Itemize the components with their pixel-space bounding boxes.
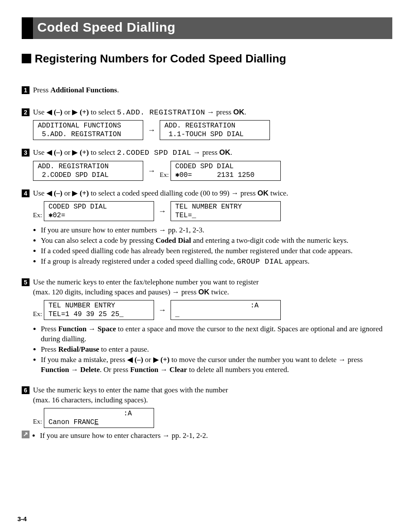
left-arrow-icon: ◀ [127,356,133,364]
step-number: 5 [22,278,30,286]
subheader-square [22,54,31,63]
lcd-line: Canon FRANC [49,418,95,426]
arrow-right-icon: → [148,125,155,135]
key-name: Redial/Pause [58,345,99,353]
example-label: Ex: [33,211,42,221]
ok-key: OK [257,189,269,197]
minus-key: (–) [54,189,62,197]
step-number: 4 [22,189,30,197]
step-4: 4 Use ◀ (–) or ▶ (+) to select a coded s… [22,189,392,274]
step-number: 3 [22,149,30,157]
step-1-text: Press Additional Functions. [33,85,392,95]
text: and entering a two-digit code with the n… [191,236,348,245]
text: to delete all numbers you entered. [187,366,289,374]
text: If you make a mistake, press [41,356,127,364]
text: to select [89,108,117,116]
arrow-right-icon: → [148,166,155,176]
step-5-text: Use the numeric keys to enter the fax/te… [33,277,392,297]
left-arrow-icon: ◀ [46,108,52,116]
text: → [86,325,98,333]
key-name: Function [58,325,86,333]
text: → press [205,108,233,116]
lcd-text: GROUP DIAL [237,258,283,266]
lcd-screen: :A _ [171,300,281,320]
continue-row: ↗ If you are unsure how to enter charact… [22,431,392,448]
note: If you make a mistake, press ◀ (–) or ▶ … [41,355,392,375]
text: or [62,108,72,116]
step-2-text: Use ◀ (–) or ▶ (+) to select 5.ADD. REGI… [33,108,392,118]
step-4-text: Use ◀ (–) or ▶ (+) to select a coded spe… [33,189,392,199]
note: If a coded speed dialling code has alrea… [41,246,392,256]
text: If a coded speed dialling code has alrea… [41,247,352,255]
text: . [230,148,232,157]
left-arrow-icon: ◀ [46,189,52,197]
text: to select a coded speed dialling code (0… [89,189,258,197]
text: or [62,148,72,157]
text: or [62,189,72,197]
step-number: 1 [22,86,30,94]
lcd-row: Ex: CODED SPD DIAL ✱02= → TEL NUMBER ENT… [33,201,392,221]
step-3-text: Use ◀ (–) or ▶ (+) to select 2.CODED SPD… [33,148,392,158]
step-6-text: Use the numeric keys to enter the name t… [33,385,392,405]
text: . [244,108,246,116]
text: to select [89,148,117,157]
text: Use the numeric keys to enter the fax/te… [33,278,259,286]
ok-key: OK [219,148,230,157]
ok-key: OK [198,288,210,296]
key-name: Function [130,366,158,374]
lcd-screen: CODED SPD DIAL ✱00= 2131 1250 [171,161,281,181]
step-6: 6 Use the numeric keys to enter the name… [22,385,392,429]
right-arrow-icon: ▶ [153,356,159,364]
lcd-screen: ADD. REGISTRATION 1.1-TOUCH SPD DIAL [160,120,270,140]
note: Press Redial/Pause to enter a pause. [41,345,392,355]
lcd-screen: :A Canon FRANCE [44,408,154,428]
continue-arrow-icon: ↗ [22,431,30,438]
title-square [22,17,33,39]
example-label: Ex: [160,170,169,181]
text: Press [33,86,50,94]
text: If a group is already registered under a… [41,257,237,265]
text: to enter a pause. [99,345,149,353]
lcd-screen: ADDITIONAL FUNCTIONS 5.ADD. REGISTRATION [33,120,143,140]
step-number: 2 [22,108,30,116]
right-arrow-icon: ▶ [72,148,78,157]
note: You can also select a code by pressing C… [41,236,392,246]
text: appears. [283,257,309,265]
note: If you are unsure how to enter character… [40,431,392,441]
text: Use [33,148,46,157]
text: → press [191,148,220,157]
text: twice. [269,189,288,197]
text: (max. 120 digits, including spaces and p… [33,288,198,296]
text: or [143,356,153,364]
text: → [69,366,80,374]
arrow-right-icon: → [158,206,166,216]
menu-target: 5.ADD. REGISTRATION [117,108,205,117]
text: (max. 16 characters, including spaces). [33,396,148,404]
notes-list: If you are unsure how to enter numbers →… [33,225,392,267]
text: twice. [210,288,229,296]
key-name: Additional Functions [50,86,117,94]
note: If a group is already registered under a… [41,257,392,267]
example-label: Ex: [33,310,42,320]
text: Use the numeric keys to enter the name t… [33,386,228,394]
right-arrow-icon: ▶ [72,108,78,116]
lcd-row: Ex: :A Canon FRANCE [33,408,392,428]
text: Use [33,108,46,116]
text: If you are unsure how to enter character… [40,431,208,440]
subheader-text: Registering Numbers for Coded Speed Dial… [35,51,286,66]
lcd-screen: ADD. REGISTRATION 2.CODED SPD DIAL [33,161,143,181]
key-name: Space [98,325,116,333]
lcd-cursor: E [94,418,99,426]
step-5: 5 Use the numeric keys to enter the fax/… [22,277,392,382]
left-arrow-icon: ◀ [46,148,52,157]
minus-key: (–) [54,148,62,157]
plus-key: (+) [80,108,89,116]
subheader: Registering Numbers for Coded Speed Dial… [22,51,392,66]
lcd-screen: CODED SPD DIAL ✱02= [44,201,154,221]
ok-key: OK [233,108,244,116]
text: . Or press [100,366,130,374]
title-bar: Coded Speed Dialling [22,17,392,39]
menu-target: 2.CODED SPD DIAL [117,149,191,157]
step-number: 6 [22,386,30,394]
lcd-row: ADDITIONAL FUNCTIONS 5.ADD. REGISTRATION… [33,120,392,140]
